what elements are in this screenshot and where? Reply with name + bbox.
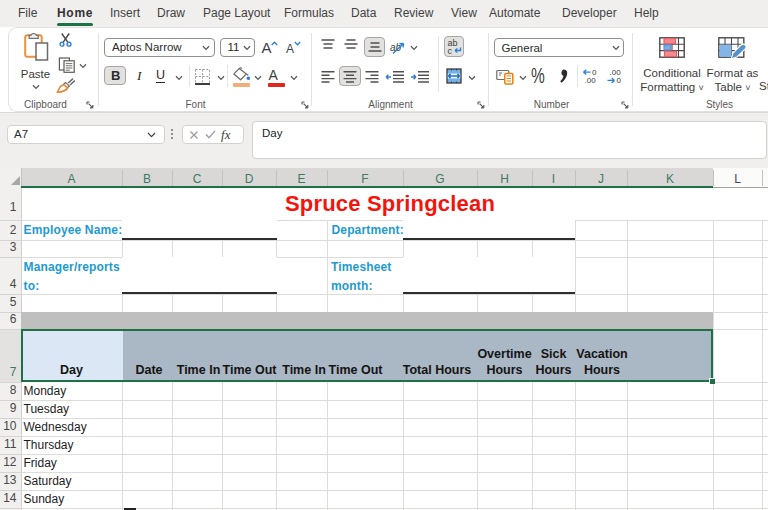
svg-text:.00: .00	[585, 76, 597, 84]
svg-text:0: 0	[616, 76, 621, 84]
svg-text:c: c	[447, 46, 452, 55]
